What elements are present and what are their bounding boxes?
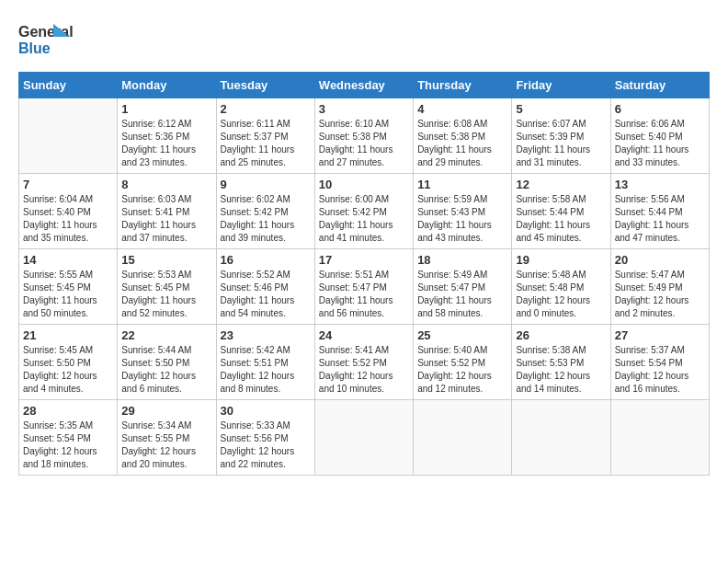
calendar-header-row: SundayMondayTuesdayWednesdayThursdayFrid…	[19, 73, 710, 98]
day-number: 28	[23, 404, 113, 418]
calendar-cell	[19, 98, 118, 174]
day-number: 12	[516, 178, 606, 191]
day-info: Sunrise: 6:03 AM Sunset: 5:41 PM Dayligh…	[121, 193, 211, 245]
day-number: 24	[319, 328, 409, 342]
day-number: 18	[417, 253, 507, 267]
calendar-cell: 23Sunrise: 5:42 AM Sunset: 5:51 PM Dayli…	[216, 325, 314, 400]
day-number: 22	[121, 328, 211, 342]
day-info: Sunrise: 5:34 AM Sunset: 5:55 PM Dayligh…	[121, 419, 211, 471]
day-info: Sunrise: 5:37 AM Sunset: 5:54 PM Dayligh…	[615, 344, 705, 396]
day-number: 20	[615, 253, 705, 267]
day-number: 5	[516, 102, 606, 116]
day-number: 6	[615, 102, 705, 116]
logo-svg: GeneralBlue	[18, 18, 74, 60]
day-info: Sunrise: 6:08 AM Sunset: 5:38 PM Dayligh…	[417, 118, 507, 169]
calendar-cell: 9Sunrise: 6:02 AM Sunset: 5:42 PM Daylig…	[216, 174, 314, 249]
calendar-cell: 19Sunrise: 5:48 AM Sunset: 5:48 PM Dayli…	[512, 249, 610, 325]
calendar-cell: 18Sunrise: 5:49 AM Sunset: 5:47 PM Dayli…	[414, 249, 512, 325]
calendar-cell: 28Sunrise: 5:35 AM Sunset: 5:54 PM Dayli…	[19, 400, 118, 476]
day-info: Sunrise: 5:42 AM Sunset: 5:51 PM Dayligh…	[221, 344, 311, 396]
header-day: Tuesday	[216, 73, 314, 98]
day-info: Sunrise: 5:44 AM Sunset: 5:50 PM Dayligh…	[121, 344, 211, 396]
calendar-cell: 10Sunrise: 6:00 AM Sunset: 5:42 PM Dayli…	[314, 174, 413, 249]
header-day: Sunday	[19, 73, 118, 98]
calendar-week-row: 21Sunrise: 5:45 AM Sunset: 5:50 PM Dayli…	[19, 325, 710, 400]
day-number: 30	[221, 404, 311, 418]
day-info: Sunrise: 5:47 AM Sunset: 5:49 PM Dayligh…	[615, 269, 705, 320]
day-number: 2	[221, 102, 311, 116]
calendar-cell: 5Sunrise: 6:07 AM Sunset: 5:39 PM Daylig…	[512, 98, 610, 174]
day-number: 19	[516, 253, 606, 267]
header-day: Monday	[118, 73, 216, 98]
day-info: Sunrise: 6:07 AM Sunset: 5:39 PM Dayligh…	[516, 118, 606, 169]
calendar-week-row: 28Sunrise: 5:35 AM Sunset: 5:54 PM Dayli…	[19, 400, 710, 476]
calendar-cell: 14Sunrise: 5:55 AM Sunset: 5:45 PM Dayli…	[19, 249, 118, 325]
calendar-body: 1Sunrise: 6:12 AM Sunset: 5:36 PM Daylig…	[19, 98, 710, 476]
day-info: Sunrise: 5:53 AM Sunset: 5:45 PM Dayligh…	[121, 269, 211, 320]
calendar-cell: 30Sunrise: 5:33 AM Sunset: 5:56 PM Dayli…	[216, 400, 314, 476]
calendar-cell: 6Sunrise: 6:06 AM Sunset: 5:40 PM Daylig…	[610, 98, 709, 174]
calendar-cell	[314, 400, 413, 476]
day-info: Sunrise: 6:12 AM Sunset: 5:36 PM Dayligh…	[121, 118, 211, 169]
day-info: Sunrise: 6:06 AM Sunset: 5:40 PM Dayligh…	[615, 118, 705, 169]
day-info: Sunrise: 6:02 AM Sunset: 5:42 PM Dayligh…	[221, 193, 311, 245]
day-number: 29	[121, 404, 211, 418]
calendar-cell: 4Sunrise: 6:08 AM Sunset: 5:38 PM Daylig…	[414, 98, 512, 174]
day-info: Sunrise: 5:41 AM Sunset: 5:52 PM Dayligh…	[319, 344, 409, 396]
day-info: Sunrise: 5:40 AM Sunset: 5:52 PM Dayligh…	[417, 344, 507, 396]
day-info: Sunrise: 6:11 AM Sunset: 5:37 PM Dayligh…	[221, 118, 311, 169]
header-day: Friday	[512, 73, 610, 98]
day-info: Sunrise: 6:04 AM Sunset: 5:40 PM Dayligh…	[23, 193, 113, 245]
calendar-cell: 15Sunrise: 5:53 AM Sunset: 5:45 PM Dayli…	[118, 249, 216, 325]
day-number: 10	[319, 178, 409, 191]
day-info: Sunrise: 5:58 AM Sunset: 5:44 PM Dayligh…	[516, 193, 606, 245]
day-info: Sunrise: 5:45 AM Sunset: 5:50 PM Dayligh…	[23, 344, 113, 396]
header-day: Saturday	[610, 73, 709, 98]
calendar-table: SundayMondayTuesdayWednesdayThursdayFrid…	[18, 72, 710, 476]
day-number: 27	[615, 328, 705, 342]
day-number: 4	[417, 102, 507, 116]
calendar-cell: 25Sunrise: 5:40 AM Sunset: 5:52 PM Dayli…	[414, 325, 512, 400]
day-info: Sunrise: 5:52 AM Sunset: 5:46 PM Dayligh…	[221, 269, 311, 320]
day-number: 21	[23, 328, 113, 342]
calendar-cell: 21Sunrise: 5:45 AM Sunset: 5:50 PM Dayli…	[19, 325, 118, 400]
calendar-cell: 29Sunrise: 5:34 AM Sunset: 5:55 PM Dayli…	[118, 400, 216, 476]
header-day: Thursday	[414, 73, 512, 98]
calendar-cell: 16Sunrise: 5:52 AM Sunset: 5:46 PM Dayli…	[216, 249, 314, 325]
calendar-cell: 11Sunrise: 5:59 AM Sunset: 5:43 PM Dayli…	[414, 174, 512, 249]
day-info: Sunrise: 5:51 AM Sunset: 5:47 PM Dayligh…	[319, 269, 409, 320]
svg-text:General: General	[18, 24, 74, 40]
calendar-cell: 17Sunrise: 5:51 AM Sunset: 5:47 PM Dayli…	[314, 249, 413, 325]
day-number: 26	[516, 328, 606, 342]
calendar-cell	[610, 400, 709, 476]
day-info: Sunrise: 6:10 AM Sunset: 5:38 PM Dayligh…	[319, 118, 409, 169]
calendar-cell	[512, 400, 610, 476]
day-info: Sunrise: 5:38 AM Sunset: 5:53 PM Dayligh…	[516, 344, 606, 396]
day-info: Sunrise: 5:55 AM Sunset: 5:45 PM Dayligh…	[23, 269, 113, 320]
day-info: Sunrise: 5:56 AM Sunset: 5:44 PM Dayligh…	[615, 193, 705, 245]
day-number: 16	[221, 253, 311, 267]
day-number: 7	[23, 178, 113, 191]
calendar-cell: 13Sunrise: 5:56 AM Sunset: 5:44 PM Dayli…	[610, 174, 709, 249]
day-number: 8	[121, 178, 211, 191]
logo: GeneralBlue	[18, 18, 74, 60]
svg-text:Blue: Blue	[18, 40, 51, 56]
calendar-cell: 7Sunrise: 6:04 AM Sunset: 5:40 PM Daylig…	[19, 174, 118, 249]
day-number: 25	[417, 328, 507, 342]
calendar-cell: 8Sunrise: 6:03 AM Sunset: 5:41 PM Daylig…	[118, 174, 216, 249]
day-info: Sunrise: 5:35 AM Sunset: 5:54 PM Dayligh…	[23, 419, 113, 471]
day-info: Sunrise: 5:33 AM Sunset: 5:56 PM Dayligh…	[221, 419, 311, 471]
calendar-cell: 20Sunrise: 5:47 AM Sunset: 5:49 PM Dayli…	[610, 249, 709, 325]
calendar-week-row: 1Sunrise: 6:12 AM Sunset: 5:36 PM Daylig…	[19, 98, 710, 174]
day-number: 11	[417, 178, 507, 191]
calendar-cell: 1Sunrise: 6:12 AM Sunset: 5:36 PM Daylig…	[118, 98, 216, 174]
day-number: 15	[121, 253, 211, 267]
day-number: 1	[121, 102, 211, 116]
calendar-cell: 24Sunrise: 5:41 AM Sunset: 5:52 PM Dayli…	[314, 325, 413, 400]
day-info: Sunrise: 5:59 AM Sunset: 5:43 PM Dayligh…	[417, 193, 507, 245]
day-number: 14	[23, 253, 113, 267]
day-number: 3	[319, 102, 409, 116]
day-number: 9	[221, 178, 311, 191]
calendar-cell: 22Sunrise: 5:44 AM Sunset: 5:50 PM Dayli…	[118, 325, 216, 400]
calendar-cell	[414, 400, 512, 476]
